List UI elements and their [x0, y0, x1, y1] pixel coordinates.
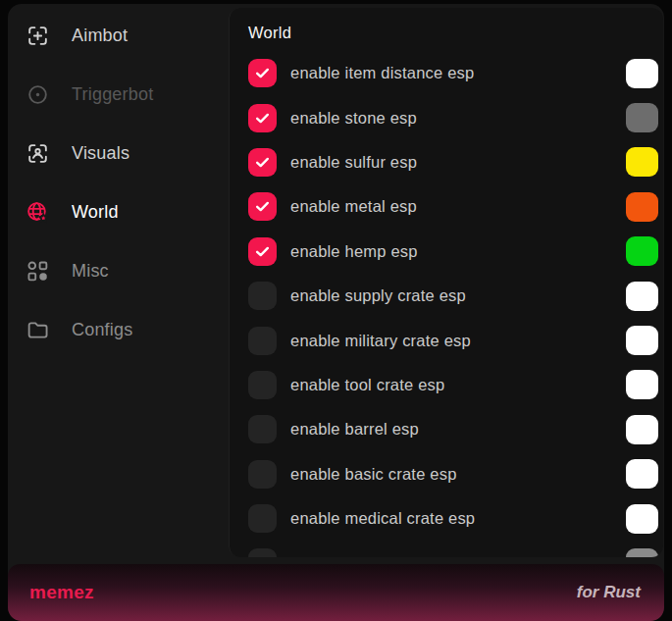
esp-checkbox[interactable]: [248, 282, 277, 310]
esp-row-medical-crate: enable medical crate esp: [248, 496, 663, 541]
panel-title: World: [248, 24, 663, 42]
sidebar-item-label: Visuals: [72, 143, 129, 164]
esp-row-stone: enable stone esp: [248, 95, 663, 139]
esp-row-label: enable basic crate esp: [290, 465, 457, 484]
esp-row-supply-crate: enable supply crate esp: [248, 274, 663, 318]
esp-checkbox[interactable]: [248, 59, 277, 87]
color-swatch[interactable]: [626, 370, 658, 399]
esp-checkbox[interactable]: [248, 237, 277, 266]
esp-row-label: enable sulfur esp: [290, 153, 417, 172]
aimbot-icon: [25, 23, 50, 48]
color-swatch[interactable]: [626, 59, 658, 88]
esp-checkbox[interactable]: [248, 415, 277, 443]
misc-icon: [25, 258, 50, 284]
triggerbot-icon: [25, 81, 50, 107]
esp-checkbox[interactable]: [248, 548, 277, 557]
visuals-icon: [25, 140, 50, 166]
esp-checkbox[interactable]: [248, 371, 277, 399]
color-swatch[interactable]: [626, 504, 658, 534]
brand-name: memez: [29, 582, 94, 603]
sidebar-item-visuals[interactable]: Visuals: [8, 124, 229, 182]
product-tagline: for Rust: [577, 583, 641, 602]
esp-checkbox[interactable]: [248, 192, 277, 221]
sidebar-item-label: Misc: [72, 261, 109, 282]
configs-icon: [25, 317, 50, 342]
esp-row-label: enable tool crate esp: [290, 376, 444, 394]
esp-row-metal: enable metal esp: [248, 184, 663, 229]
color-swatch[interactable]: [626, 459, 658, 489]
world-icon: [25, 199, 50, 225]
esp-row-hemp: enable hemp esp: [248, 230, 663, 274]
world-panel: World enable item distance esp enable st…: [229, 8, 663, 557]
sidebar-item-triggerbot[interactable]: Triggerbot: [8, 65, 229, 124]
color-swatch[interactable]: [626, 548, 658, 557]
esp-row-military-crate: enable military crate esp: [248, 318, 663, 362]
esp-row-label: enable military crate esp: [290, 332, 471, 350]
esp-row-label: enable medical crate esp: [290, 509, 475, 528]
esp-option-list: enable item distance esp enable stone es…: [248, 51, 663, 557]
esp-row-item-distance: enable item distance esp: [248, 51, 663, 95]
sidebar-item-label: Aimbot: [72, 26, 128, 46]
esp-row-label: enable barrel esp: [290, 420, 419, 439]
esp-row-label: enable supply crate esp: [290, 286, 466, 305]
color-swatch[interactable]: [626, 282, 658, 311]
footer-bar: memez for Rust: [8, 564, 664, 621]
esp-row-label: enable item distance esp: [290, 64, 474, 82]
color-swatch[interactable]: [626, 326, 658, 355]
esp-checkbox[interactable]: [248, 327, 277, 355]
esp-row-label: enable stone esp: [290, 109, 417, 128]
esp-row-barrel: enable barrel esp: [248, 407, 663, 451]
color-swatch[interactable]: [626, 415, 658, 444]
esp-checkbox[interactable]: [248, 148, 277, 177]
sidebar-item-world[interactable]: World: [8, 182, 229, 241]
esp-row-label: enable hemp esp: [290, 242, 418, 261]
esp-row-tool-crate: enable tool crate esp: [248, 363, 663, 407]
esp-checkbox[interactable]: [248, 460, 277, 489]
sidebar: Aimbot Triggerbot: [8, 4, 229, 564]
sidebar-item-label: Configs: [72, 320, 132, 340]
sidebar-item-label: Triggerbot: [72, 84, 153, 105]
sidebar-item-misc[interactable]: Misc: [8, 241, 229, 300]
sidebar-item-configs[interactable]: Configs: [8, 300, 229, 359]
color-swatch[interactable]: [626, 192, 658, 222]
esp-row-partial: [248, 541, 663, 557]
esp-row-label: enable metal esp: [290, 197, 417, 216]
color-swatch[interactable]: [626, 103, 658, 132]
color-swatch[interactable]: [626, 147, 658, 177]
cheat-menu-window: Aimbot Triggerbot: [8, 4, 664, 621]
esp-checkbox[interactable]: [248, 104, 277, 132]
esp-checkbox[interactable]: [248, 504, 277, 533]
esp-row-basic-crate: enable basic crate esp: [248, 452, 663, 496]
sidebar-item-label: World: [72, 202, 119, 223]
esp-row-sulfur: enable sulfur esp: [248, 140, 663, 184]
sidebar-item-aimbot[interactable]: Aimbot: [8, 6, 229, 65]
color-swatch[interactable]: [626, 236, 658, 266]
